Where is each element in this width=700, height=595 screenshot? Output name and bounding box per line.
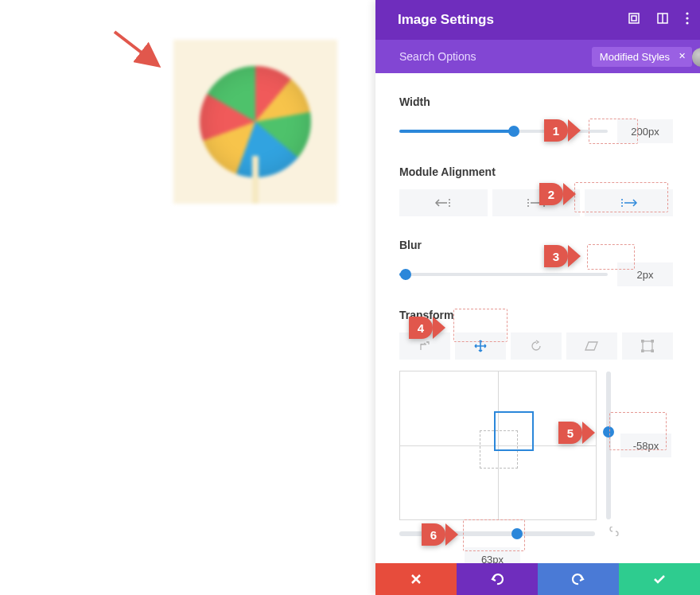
width-label: Width [399, 95, 673, 108]
annotation-callout: 6 [422, 523, 458, 546]
close-icon[interactable]: ✕ [679, 51, 686, 61]
svg-rect-2 [632, 16, 636, 21]
modified-styles-label: Modified Styles [600, 51, 670, 63]
svg-rect-17 [651, 340, 654, 342]
link-icon[interactable] [608, 525, 620, 539]
annotation-callout: 1 [544, 119, 581, 142]
redo-button[interactable] [538, 563, 619, 595]
transform-tab-translate[interactable] [455, 332, 506, 360]
cancel-button[interactable] [375, 563, 457, 595]
blur-slider[interactable] [399, 273, 608, 276]
svg-point-6 [686, 17, 688, 19]
transform-tab-rotate[interactable] [511, 332, 562, 360]
annotation-callout: 3 [544, 245, 581, 267]
blur-value[interactable]: 2px [617, 262, 673, 286]
svg-line-0 [115, 32, 156, 64]
panel-title: Image Settings [398, 12, 628, 28]
search-bar: Modified Styles ✕ [375, 40, 700, 73]
confirm-button[interactable] [619, 563, 700, 595]
svg-point-7 [686, 21, 688, 24]
annotation-arrow [111, 29, 167, 76]
panel-footer [375, 563, 700, 595]
columns-icon[interactable] [657, 13, 668, 27]
undo-button[interactable] [457, 563, 538, 595]
translate-canvas[interactable] [399, 371, 597, 520]
align-left-button[interactable] [399, 189, 488, 216]
preview-image [173, 40, 337, 204]
expand-icon[interactable] [628, 13, 640, 27]
settings-panel: Image Settings Modified Styles ✕ Width [375, 0, 700, 595]
search-input[interactable] [398, 49, 585, 64]
module-alignment-label: Module Alignment [399, 165, 673, 178]
modified-styles-tag[interactable]: Modified Styles ✕ [592, 47, 692, 67]
annotation-callout: 5 [558, 422, 595, 444]
preview-pane [0, 0, 375, 595]
panel-header: Image Settings [375, 0, 700, 40]
kebab-icon[interactable] [686, 12, 689, 28]
svg-rect-1 [629, 14, 639, 23]
annotation-callout: 2 [539, 183, 576, 205]
transform-tab-origin[interactable] [622, 332, 673, 360]
module-alignment-group [399, 189, 673, 216]
translate-y-slider[interactable] [606, 371, 611, 519]
width-value[interactable]: 200px [617, 119, 673, 143]
translate-x-value[interactable]: 63px [465, 547, 520, 563]
align-right-button[interactable] [585, 189, 673, 216]
translate-handle[interactable] [494, 411, 534, 451]
transform-tab-skew[interactable] [566, 332, 617, 360]
blur-label: Blur [399, 239, 673, 251]
svg-rect-19 [651, 350, 654, 352]
annotation-callout: 4 [409, 317, 445, 339]
svg-point-5 [686, 12, 688, 14]
svg-rect-18 [641, 350, 644, 352]
svg-rect-15 [643, 341, 652, 351]
svg-rect-16 [641, 340, 644, 342]
translate-y-value[interactable]: -58px [620, 434, 671, 457]
